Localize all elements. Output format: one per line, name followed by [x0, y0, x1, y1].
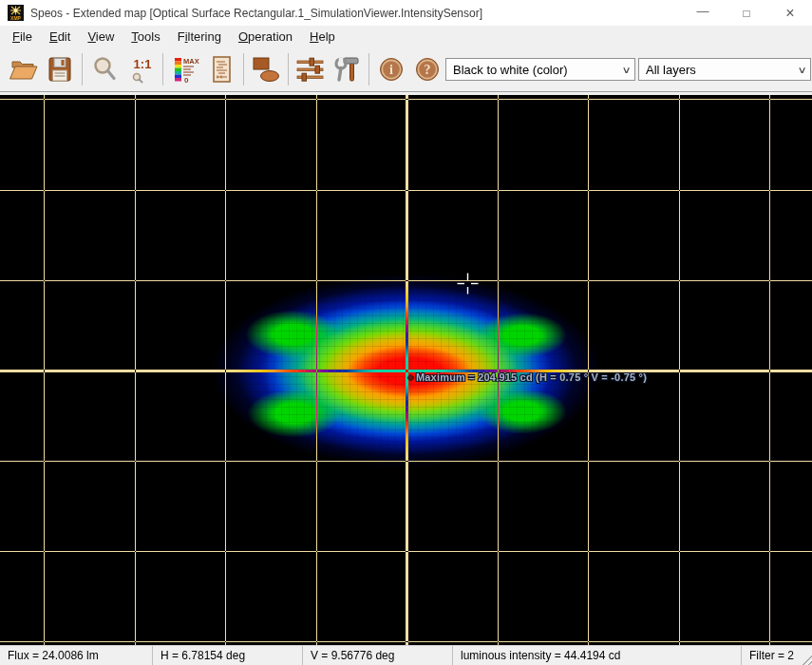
svg-text:MAX: MAX [183, 57, 199, 66]
status-bar: Flux = 24.0086 lm H = 6.78154 deg V = 9.… [0, 645, 812, 665]
tools-icon [332, 55, 361, 84]
status-intensity: luminous intensity = 44.4194 cd [452, 646, 741, 665]
menu-file[interactable]: File [4, 28, 41, 46]
layers-value: All layers [646, 63, 793, 77]
app-window: XMP Speos - Extended map [Optical Surfac… [0, 0, 812, 665]
zoom-button[interactable] [86, 51, 123, 87]
menu-edit[interactable]: Edit [41, 28, 79, 46]
open-folder-icon [9, 55, 39, 84]
colormap-value: Black to white (color) [453, 63, 617, 77]
save-button[interactable] [42, 51, 78, 87]
horizontal-grid-line [0, 190, 812, 191]
chevron-down-icon: ∨ [797, 65, 806, 75]
shapes-button[interactable] [248, 51, 284, 87]
horizontal-grid-line [0, 461, 812, 462]
horizontal-grid-line [0, 641, 812, 642]
report-icon [207, 55, 236, 84]
menu-help[interactable]: Help [301, 28, 344, 46]
menu-view[interactable]: View [79, 28, 123, 46]
menu-operation[interactable]: Operation [230, 28, 301, 46]
magnifier-icon [90, 55, 119, 84]
menu-filtering[interactable]: Filtering [169, 28, 230, 46]
toolbar-separator [82, 53, 83, 86]
maximum-marker-icon: ◆ [407, 373, 414, 382]
save-floppy-icon [46, 55, 74, 84]
horizontal-grid-line [0, 551, 812, 552]
zoom-1-1-button[interactable]: 1:1 [123, 51, 159, 87]
toolbar-separator [288, 53, 289, 86]
resize-grip-icon[interactable] [798, 651, 812, 665]
sliders-icon [295, 55, 326, 84]
status-v: V = 9.56776 deg [302, 646, 452, 665]
help-button[interactable]: ? [409, 51, 445, 87]
minimize-button[interactable]: — [681, 0, 725, 26]
status-filter: Filter = 2 [741, 646, 798, 665]
map-canvas[interactable]: ◆ Maximum = 204.915 cd (H = 0.75 ° V = -… [0, 95, 812, 645]
maximum-annotation: ◆ Maximum = 204.915 cd (H = 0.75 ° V = -… [407, 371, 647, 383]
minimize-icon: — [697, 5, 709, 17]
horizontal-grid-line [0, 280, 812, 281]
status-flux: Flux = 24.0086 lm [0, 646, 152, 665]
toolbar-separator [368, 53, 369, 86]
toolbar: 1:1 MAX 0 [0, 48, 812, 92]
tools-button[interactable] [329, 51, 365, 87]
center-horizontal-axis-line [0, 370, 812, 372]
svg-text:XMP: XMP [10, 15, 22, 21]
svg-text:?: ? [425, 63, 431, 77]
app-icon: XMP [8, 5, 24, 21]
svg-text:0: 0 [184, 76, 189, 85]
close-button[interactable]: × [768, 0, 812, 26]
cursor-crosshair-icon [456, 272, 480, 295]
maximize-icon: □ [743, 8, 749, 19]
title-bar: XMP Speos - Extended map [Optical Surfac… [0, 0, 812, 26]
window-controls: — □ × [681, 0, 812, 26]
status-h: H = 6.78154 deg [152, 646, 302, 665]
one-to-one-icon: 1:1 [126, 55, 155, 84]
menu-bar: File Edit View Tools Filtering Operation… [0, 26, 812, 48]
adjust-sliders-button[interactable] [293, 51, 329, 87]
colormap-select[interactable]: Black to white (color) ∨ [445, 58, 635, 81]
maximize-button[interactable]: □ [725, 0, 768, 26]
help-icon: ? [413, 55, 442, 84]
info-icon: i [377, 55, 406, 84]
info-button[interactable]: i [373, 51, 409, 87]
svg-text:i: i [389, 63, 393, 77]
close-icon: × [785, 6, 794, 21]
menu-tools[interactable]: Tools [123, 28, 168, 46]
horizontal-grid-line [0, 99, 812, 100]
color-scale-icon: MAX 0 [170, 55, 200, 84]
color-scale-button[interactable]: MAX 0 [167, 51, 203, 87]
report-button[interactable] [203, 51, 239, 87]
shapes-icon [251, 55, 281, 84]
toolbar-separator [243, 53, 244, 86]
maximum-text: Maximum = 204.915 cd (H = 0.75 ° V = -0.… [416, 371, 647, 383]
chevron-down-icon: ∨ [621, 65, 631, 75]
layers-select[interactable]: All layers ∨ [638, 58, 811, 81]
toolbar-separator [162, 53, 163, 86]
open-button[interactable] [6, 51, 42, 87]
window-title: Speos - Extended map [Optical Surface Re… [30, 7, 681, 20]
svg-text:1:1: 1:1 [134, 57, 152, 71]
